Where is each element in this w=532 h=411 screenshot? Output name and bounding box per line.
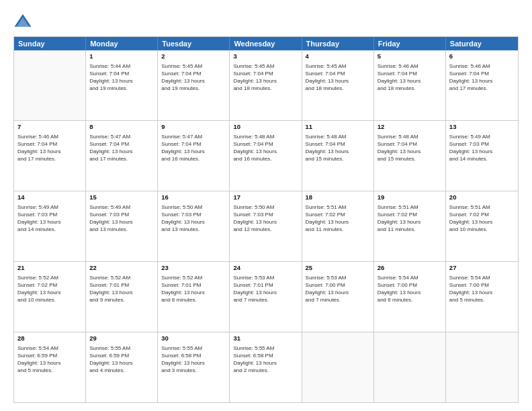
- day-number: 6: [449, 52, 515, 61]
- day-number: 1: [89, 52, 154, 61]
- calendar-cell: 16Sunrise: 5:50 AM Sunset: 7:03 PM Dayli…: [158, 191, 230, 261]
- cell-info: Sunrise: 5:53 AM Sunset: 7:00 PM Dayligh…: [306, 274, 370, 304]
- cell-info: Sunrise: 5:45 AM Sunset: 7:04 PM Dayligh…: [233, 62, 298, 93]
- day-number: 9: [161, 123, 226, 132]
- calendar-row-5: 28Sunrise: 5:54 AM Sunset: 6:59 PM Dayli…: [14, 332, 518, 402]
- day-number: 18: [306, 193, 370, 202]
- day-number: 23: [161, 264, 226, 273]
- calendar: SundayMondayTuesdayWednesdayThursdayFrid…: [13, 36, 519, 403]
- calendar-cell: [374, 332, 446, 402]
- day-number: 28: [17, 334, 82, 343]
- calendar-cell: 25Sunrise: 5:53 AM Sunset: 7:00 PM Dayli…: [302, 262, 374, 332]
- day-number: 10: [233, 123, 298, 132]
- day-number: 17: [233, 193, 298, 202]
- day-number: 5: [378, 52, 442, 61]
- cell-info: Sunrise: 5:46 AM Sunset: 7:04 PM Dayligh…: [449, 62, 515, 93]
- day-number: 8: [89, 123, 154, 132]
- cell-info: Sunrise: 5:53 AM Sunset: 7:01 PM Dayligh…: [233, 274, 298, 304]
- calendar-cell: 1Sunrise: 5:44 AM Sunset: 7:04 PM Daylig…: [86, 50, 158, 120]
- day-number: 21: [17, 264, 82, 273]
- calendar-cell: 17Sunrise: 5:50 AM Sunset: 7:03 PM Dayli…: [230, 191, 302, 261]
- cell-info: Sunrise: 5:50 AM Sunset: 7:03 PM Dayligh…: [161, 203, 226, 234]
- calendar-cell: 20Sunrise: 5:51 AM Sunset: 7:02 PM Dayli…: [446, 191, 518, 261]
- calendar-cell: 4Sunrise: 5:45 AM Sunset: 7:04 PM Daylig…: [302, 50, 374, 120]
- calendar-cell: 14Sunrise: 5:49 AM Sunset: 7:03 PM Dayli…: [14, 191, 86, 261]
- cell-info: Sunrise: 5:52 AM Sunset: 7:01 PM Dayligh…: [89, 274, 154, 304]
- calendar-cell: 13Sunrise: 5:49 AM Sunset: 7:03 PM Dayli…: [446, 121, 518, 191]
- day-number: 19: [378, 193, 442, 202]
- day-number: 25: [306, 264, 370, 273]
- cell-info: Sunrise: 5:49 AM Sunset: 7:03 PM Dayligh…: [17, 203, 82, 234]
- cell-info: Sunrise: 5:52 AM Sunset: 7:01 PM Dayligh…: [161, 274, 226, 304]
- day-number: 14: [17, 193, 82, 202]
- cell-info: Sunrise: 5:49 AM Sunset: 7:03 PM Dayligh…: [89, 203, 154, 234]
- day-number: 15: [89, 193, 154, 202]
- calendar-cell: 22Sunrise: 5:52 AM Sunset: 7:01 PM Dayli…: [86, 262, 158, 332]
- day-number: 7: [17, 123, 82, 132]
- calendar-cell: 21Sunrise: 5:52 AM Sunset: 7:02 PM Dayli…: [14, 262, 86, 332]
- calendar-cell: [302, 332, 374, 402]
- day-number: 26: [378, 264, 442, 273]
- cell-info: Sunrise: 5:51 AM Sunset: 7:02 PM Dayligh…: [449, 203, 515, 234]
- header-cell-sunday: Sunday: [14, 37, 86, 50]
- calendar-cell: 30Sunrise: 5:55 AM Sunset: 6:58 PM Dayli…: [158, 332, 230, 402]
- calendar-row-4: 21Sunrise: 5:52 AM Sunset: 7:02 PM Dayli…: [14, 261, 518, 332]
- header-cell-tuesday: Tuesday: [158, 37, 230, 50]
- cell-info: Sunrise: 5:47 AM Sunset: 7:04 PM Dayligh…: [89, 133, 154, 163]
- day-number: 24: [233, 264, 298, 273]
- header-cell-wednesday: Wednesday: [230, 37, 302, 50]
- cell-info: Sunrise: 5:48 AM Sunset: 7:04 PM Dayligh…: [306, 133, 370, 163]
- calendar-cell: 15Sunrise: 5:49 AM Sunset: 7:03 PM Dayli…: [86, 191, 158, 261]
- cell-info: Sunrise: 5:50 AM Sunset: 7:03 PM Dayligh…: [233, 203, 298, 234]
- day-number: 3: [233, 52, 298, 61]
- calendar-cell: 26Sunrise: 5:54 AM Sunset: 7:00 PM Dayli…: [374, 262, 446, 332]
- page: SundayMondayTuesdayWednesdayThursdayFrid…: [0, 0, 532, 411]
- cell-info: Sunrise: 5:51 AM Sunset: 7:02 PM Dayligh…: [306, 203, 370, 234]
- cell-info: Sunrise: 5:55 AM Sunset: 6:59 PM Dayligh…: [89, 345, 154, 375]
- day-number: 29: [89, 334, 154, 343]
- cell-info: Sunrise: 5:54 AM Sunset: 7:00 PM Dayligh…: [378, 274, 442, 304]
- cell-info: Sunrise: 5:45 AM Sunset: 7:04 PM Dayligh…: [306, 62, 370, 93]
- header-cell-saturday: Saturday: [446, 37, 518, 50]
- day-number: 30: [161, 334, 226, 343]
- calendar-row-1: 1Sunrise: 5:44 AM Sunset: 7:04 PM Daylig…: [14, 50, 518, 120]
- cell-info: Sunrise: 5:55 AM Sunset: 6:58 PM Dayligh…: [233, 345, 298, 375]
- day-number: 12: [378, 123, 442, 132]
- calendar-cell: [14, 50, 86, 120]
- calendar-cell: 27Sunrise: 5:54 AM Sunset: 7:00 PM Dayli…: [446, 262, 518, 332]
- day-number: 20: [449, 193, 515, 202]
- calendar-header: SundayMondayTuesdayWednesdayThursdayFrid…: [14, 37, 518, 50]
- calendar-cell: 7Sunrise: 5:46 AM Sunset: 7:04 PM Daylig…: [14, 121, 86, 191]
- calendar-cell: 5Sunrise: 5:46 AM Sunset: 7:04 PM Daylig…: [374, 50, 446, 120]
- calendar-cell: 29Sunrise: 5:55 AM Sunset: 6:59 PM Dayli…: [86, 332, 158, 402]
- cell-info: Sunrise: 5:54 AM Sunset: 7:00 PM Dayligh…: [449, 274, 515, 304]
- calendar-cell: 18Sunrise: 5:51 AM Sunset: 7:02 PM Dayli…: [302, 191, 374, 261]
- calendar-cell: 6Sunrise: 5:46 AM Sunset: 7:04 PM Daylig…: [446, 50, 518, 120]
- calendar-cell: 28Sunrise: 5:54 AM Sunset: 6:59 PM Dayli…: [14, 332, 86, 402]
- cell-info: Sunrise: 5:48 AM Sunset: 7:04 PM Dayligh…: [233, 133, 298, 163]
- cell-info: Sunrise: 5:55 AM Sunset: 6:58 PM Dayligh…: [161, 345, 226, 375]
- cell-info: Sunrise: 5:49 AM Sunset: 7:03 PM Dayligh…: [449, 133, 515, 163]
- cell-info: Sunrise: 5:46 AM Sunset: 7:04 PM Dayligh…: [378, 62, 442, 93]
- calendar-cell: 11Sunrise: 5:48 AM Sunset: 7:04 PM Dayli…: [302, 121, 374, 191]
- header-cell-monday: Monday: [86, 37, 158, 50]
- cell-info: Sunrise: 5:46 AM Sunset: 7:04 PM Dayligh…: [17, 133, 82, 163]
- calendar-cell: 2Sunrise: 5:45 AM Sunset: 7:04 PM Daylig…: [158, 50, 230, 120]
- cell-info: Sunrise: 5:52 AM Sunset: 7:02 PM Dayligh…: [17, 274, 82, 304]
- calendar-cell: 10Sunrise: 5:48 AM Sunset: 7:04 PM Dayli…: [230, 121, 302, 191]
- cell-info: Sunrise: 5:44 AM Sunset: 7:04 PM Dayligh…: [89, 62, 154, 93]
- calendar-cell: 9Sunrise: 5:47 AM Sunset: 7:04 PM Daylig…: [158, 121, 230, 191]
- calendar-cell: 31Sunrise: 5:55 AM Sunset: 6:58 PM Dayli…: [230, 332, 302, 402]
- calendar-cell: 24Sunrise: 5:53 AM Sunset: 7:01 PM Dayli…: [230, 262, 302, 332]
- calendar-cell: 19Sunrise: 5:51 AM Sunset: 7:02 PM Dayli…: [374, 191, 446, 261]
- header-cell-thursday: Thursday: [302, 37, 374, 50]
- calendar-cell: 12Sunrise: 5:48 AM Sunset: 7:04 PM Dayli…: [374, 121, 446, 191]
- calendar-row-3: 14Sunrise: 5:49 AM Sunset: 7:03 PM Dayli…: [14, 191, 518, 261]
- logo: [13, 12, 35, 31]
- calendar-body: 1Sunrise: 5:44 AM Sunset: 7:04 PM Daylig…: [14, 50, 518, 402]
- day-number: 11: [306, 123, 370, 132]
- day-number: 31: [233, 334, 298, 343]
- day-number: 27: [449, 264, 515, 273]
- cell-info: Sunrise: 5:54 AM Sunset: 6:59 PM Dayligh…: [17, 345, 82, 375]
- day-number: 22: [89, 264, 154, 273]
